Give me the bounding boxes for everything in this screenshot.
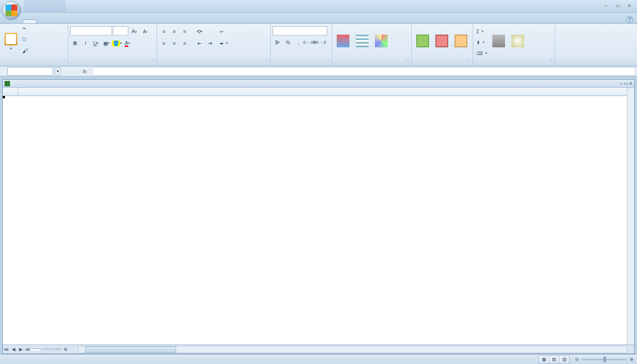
group-label-font — [70, 59, 155, 66]
brush-icon — [22, 48, 30, 55]
italic-button[interactable]: I — [81, 38, 91, 48]
zoom-in-button[interactable]: ⊕ — [630, 357, 633, 362]
align-bottom-button[interactable]: ≡ — [180, 26, 190, 36]
workbook-window: ─ ▭ ✕ ⏮ ◀ ▶ ⏭ ⊕ — [2, 79, 635, 354]
qat-customize[interactable] — [56, 2, 64, 10]
copy-button[interactable] — [21, 35, 32, 46]
copy-icon — [22, 37, 30, 44]
cut-button[interactable] — [21, 25, 32, 35]
sheet-nav-prev[interactable]: ◀ — [10, 346, 17, 353]
number-format-combo[interactable] — [273, 26, 327, 35]
fill-color-button[interactable]: 🪣▾ — [112, 38, 122, 48]
group-label-alignment — [159, 59, 268, 66]
insert-sheet-button[interactable]: ⊕ — [62, 346, 69, 353]
grid-area[interactable] — [3, 88, 627, 344]
minimize-button[interactable]: ─ — [601, 2, 611, 9]
paste-button[interactable]: ▾ — [2, 25, 20, 58]
group-label-editing — [475, 59, 553, 66]
qat-undo[interactable] — [35, 2, 44, 10]
conditional-icon — [337, 35, 349, 47]
format-as-table-button[interactable] — [353, 25, 371, 58]
tab-data[interactable] — [77, 20, 91, 23]
scissors-icon — [22, 26, 30, 33]
delete-icon — [435, 35, 448, 47]
percent-button[interactable]: % — [283, 37, 293, 47]
align-top-button[interactable]: ≡ — [159, 26, 169, 36]
align-right-button[interactable]: ≡ — [180, 38, 190, 48]
autosum-button[interactable]: Σ▾ — [475, 26, 489, 36]
merge-center-button[interactable]: ⬌▾ — [218, 38, 229, 48]
sheet-nav-next[interactable]: ▶ — [17, 346, 25, 353]
office-button[interactable] — [2, 1, 21, 20]
tab-view[interactable] — [105, 20, 118, 23]
tab-home[interactable] — [23, 20, 36, 23]
cellstyles-icon — [375, 35, 388, 47]
qat-redo[interactable] — [46, 2, 54, 10]
cell-styles-button[interactable] — [372, 25, 390, 58]
sort-filter-button[interactable] — [490, 25, 508, 58]
name-box[interactable] — [7, 67, 53, 76]
wb-close[interactable]: ✕ — [629, 81, 632, 86]
table-icon — [356, 35, 369, 47]
zoom-slider[interactable] — [581, 359, 627, 360]
zoom-out-button[interactable]: ⊖ — [575, 357, 579, 362]
close-button[interactable]: ✕ — [624, 2, 634, 9]
merge-icon: ⬌ — [220, 41, 223, 46]
tab-review[interactable] — [91, 20, 105, 23]
wrap-text-button[interactable]: ↩ — [218, 26, 229, 36]
page-break-view-button[interactable]: ▧ — [559, 356, 569, 363]
sheet-nav-last[interactable]: ⏭ — [25, 346, 32, 353]
delete-cells-button[interactable] — [433, 25, 451, 58]
tab-formulas[interactable] — [64, 20, 77, 23]
group-styles — [332, 24, 412, 66]
font-name-combo[interactable] — [70, 26, 112, 35]
hscroll-thumb[interactable] — [85, 346, 176, 353]
select-all-corner[interactable] — [3, 88, 18, 96]
border-button[interactable]: ▦▾ — [101, 38, 111, 48]
sheet-tab-2[interactable] — [40, 349, 52, 351]
underline-button[interactable]: U▾ — [91, 38, 101, 48]
increase-indent-button[interactable]: ⇥ — [205, 38, 215, 48]
tab-page-layout[interactable] — [50, 20, 64, 23]
clear-button[interactable]: ⌫▾ — [475, 48, 489, 58]
find-select-button[interactable] — [509, 25, 527, 58]
qat-save[interactable] — [25, 2, 34, 10]
vertical-scrollbar[interactable] — [627, 88, 634, 344]
conditional-formatting-button[interactable] — [334, 25, 352, 58]
decrease-indent-button[interactable]: ⇤ — [194, 38, 204, 48]
horizontal-scrollbar[interactable] — [78, 346, 627, 353]
fx-button[interactable]: fx — [79, 67, 90, 76]
format-painter-button[interactable] — [21, 46, 32, 56]
wb-minimize[interactable]: ─ — [620, 81, 623, 86]
tab-insert[interactable] — [36, 20, 50, 23]
page-layout-view-button[interactable]: ▤ — [549, 356, 559, 363]
fill-button[interactable]: ⬇▾ — [475, 37, 489, 47]
excel-doc-icon — [5, 81, 10, 86]
wb-maximize[interactable]: ▭ — [624, 81, 628, 86]
maximize-button[interactable]: ▭ — [612, 2, 622, 9]
align-middle-button[interactable]: ≡ — [169, 26, 179, 36]
insert-cells-button[interactable] — [414, 25, 432, 58]
view-buttons: ▦ ▤ ▧ — [539, 355, 570, 364]
shrink-font-button[interactable]: A▾ — [140, 26, 150, 36]
font-size-combo[interactable] — [113, 26, 128, 35]
group-label-styles — [334, 59, 410, 66]
normal-view-button[interactable]: ▦ — [539, 356, 549, 363]
font-color-button[interactable]: A▾ — [122, 38, 132, 48]
formula-input[interactable] — [92, 67, 635, 76]
align-center-button[interactable]: ≡ — [169, 38, 179, 48]
bold-button[interactable]: B — [70, 38, 80, 48]
sheet-tab-3[interactable] — [50, 349, 62, 351]
help-button[interactable]: ? — [626, 16, 633, 23]
eraser-icon: ⌫ — [476, 51, 483, 56]
grow-font-button[interactable]: A▴ — [129, 26, 139, 36]
insert-icon — [416, 35, 429, 47]
orientation-button[interactable]: ⟲▾ — [194, 26, 204, 36]
decrease-decimal-button[interactable]: .00→.0 — [314, 37, 324, 47]
sheet-nav-first[interactable]: ⏮ — [3, 346, 10, 353]
format-cells-button[interactable] — [452, 25, 470, 58]
align-left-button[interactable]: ≡ — [159, 38, 169, 48]
currency-button[interactable]: $▾ — [273, 37, 283, 47]
group-alignment: ≡ ≡ ≡ ⟲▾ ≡ ≡ ≡ ⇤ ⇥ ↩ ⬌▾ — [157, 24, 271, 66]
name-box-dropdown[interactable]: ▾ — [55, 67, 61, 76]
